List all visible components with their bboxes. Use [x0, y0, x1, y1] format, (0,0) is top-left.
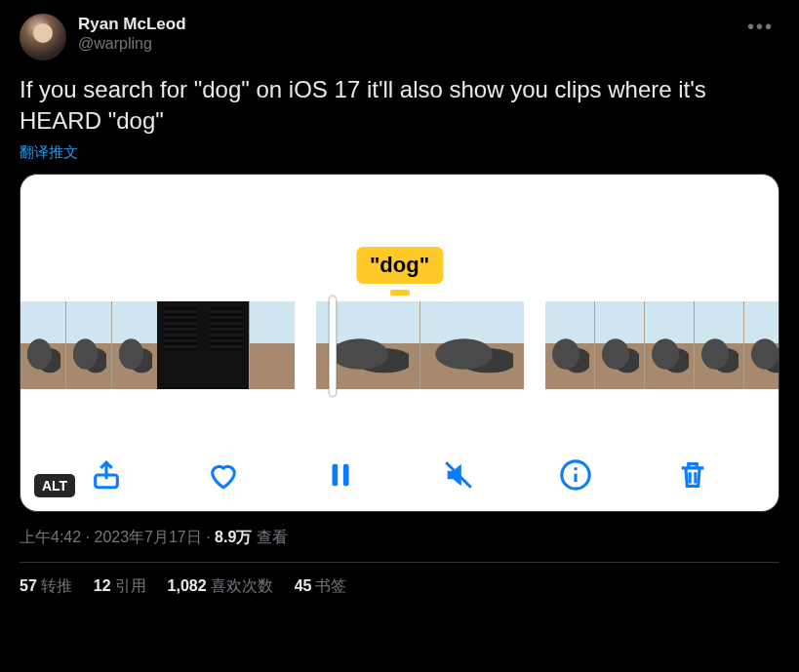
timeline-frame[interactable] [644, 301, 694, 389]
timeline-frame[interactable] [249, 301, 295, 389]
timeline-frame[interactable] [743, 301, 779, 389]
author-block[interactable]: Ryan McLeod @warpling [78, 14, 186, 54]
views-count: 8.9万 [215, 529, 252, 545]
playhead-marker [390, 290, 410, 296]
author-handle: @warpling [78, 34, 186, 54]
playhead[interactable] [329, 296, 337, 397]
stat-retweets[interactable]: 57转推 [20, 576, 72, 597]
timeline-frame[interactable] [694, 301, 743, 389]
mute-icon[interactable] [442, 458, 475, 492]
media-card[interactable]: "dog" [20, 174, 779, 512]
timeline-frame[interactable] [419, 301, 524, 389]
timeline-frame[interactable] [157, 301, 203, 389]
timeline-frame[interactable] [111, 301, 157, 389]
trash-icon[interactable] [676, 458, 709, 492]
tweet-stats: 57转推 12引用 1,082喜欢次数 45书签 [20, 576, 779, 597]
views-label: 查看 [257, 529, 288, 545]
info-icon[interactable] [559, 458, 592, 492]
stat-likes[interactable]: 1,082喜欢次数 [168, 576, 273, 597]
timeline-frame[interactable] [65, 301, 111, 389]
author-name: Ryan McLeod [78, 14, 186, 34]
clip-group[interactable] [316, 301, 524, 389]
stat-bookmarks[interactable]: 45书签 [295, 576, 347, 597]
avatar[interactable] [20, 14, 66, 60]
heart-icon[interactable] [207, 458, 240, 492]
tweet-header: Ryan McLeod @warpling ••• [20, 14, 779, 60]
tweet-meta[interactable]: 上午4:42 · 2023年7月17日 · 8.9万 查看 [20, 528, 779, 548]
alt-badge[interactable]: ALT [34, 474, 75, 497]
timeline-frame[interactable] [20, 301, 65, 389]
timeline-frame[interactable] [594, 301, 644, 389]
stat-quotes[interactable]: 12引用 [94, 576, 146, 597]
translate-link[interactable]: 翻译推文 [20, 143, 779, 162]
svg-point-6 [574, 467, 577, 470]
clip-group[interactable] [20, 301, 295, 389]
svg-rect-1 [333, 463, 339, 486]
tweet-container: Ryan McLeod @warpling ••• If you search … [0, 0, 799, 609]
clip-group[interactable] [545, 301, 779, 389]
svg-rect-2 [343, 463, 349, 486]
divider [20, 562, 779, 563]
more-options-button[interactable]: ••• [741, 14, 779, 40]
share-icon[interactable] [90, 458, 123, 492]
search-tag-badge: "dog" [356, 247, 443, 284]
timeline-frame[interactable] [203, 301, 249, 389]
video-timeline[interactable] [20, 301, 779, 389]
timestamp[interactable]: 上午4:42 · 2023年7月17日 [20, 529, 202, 545]
tweet-text: If you search for "dog" on iOS 17 it'll … [20, 74, 779, 138]
pause-icon[interactable] [324, 458, 357, 492]
media-toolbar [20, 458, 779, 492]
timeline-frame[interactable] [545, 301, 594, 389]
